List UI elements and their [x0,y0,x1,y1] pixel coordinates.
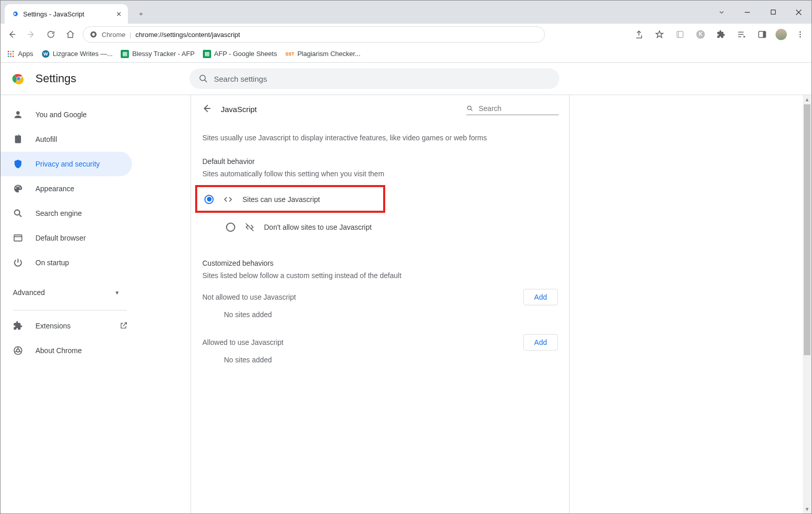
svg-point-23 [12,56,14,57]
settings-header: Settings Search settings [1,63,811,95]
svg-point-12 [800,31,801,33]
sidebar-label: Appearance [35,185,74,193]
wordpress-icon: W [42,50,50,58]
svg-point-29 [200,75,205,81]
close-window-icon[interactable] [786,1,811,24]
section-title: JavaScript [221,105,257,114]
scrollbar[interactable]: ▲ ▼ [803,95,811,513]
profile-k-icon[interactable]: K [693,27,708,42]
in-page-search[interactable] [466,104,559,115]
bookmark-apps[interactable]: Apps [7,50,33,58]
not-allowed-empty: No sites added [224,310,558,319]
radio-block-javascript[interactable]: Don't allow sites to use Javascript [224,213,558,241]
bookmark-label: Plagiarism Checker... [297,50,361,58]
sidebar-item-on-startup[interactable]: On startup [1,250,132,275]
svg-rect-6 [677,31,683,38]
sidebar-item-default-browser[interactable]: Default browser [1,226,132,250]
puzzle-icon [13,321,23,331]
add-allowed-button[interactable]: Add [523,334,558,351]
bookmark-label: Apps [18,50,33,58]
code-icon [223,194,233,205]
sidebar-label: You and Google [35,111,87,119]
sidebar-label: Search engine [35,209,82,217]
browser-toolbar: Chrome | chrome://settings/content/javas… [1,24,811,45]
default-behavior-description: Sites automatically follow this setting … [202,170,558,178]
tabs-dropdown-icon[interactable] [709,1,734,24]
default-behavior-heading: Default behavior [202,157,558,166]
scrollbar-thumb[interactable] [804,104,810,355]
svg-point-31 [14,210,20,215]
svg-rect-1 [771,10,775,14]
back-arrow-icon[interactable] [201,103,212,115]
svg-line-30 [204,80,207,82]
bookmark-star-icon[interactable] [652,27,667,42]
extensions-puzzle-icon[interactable] [714,27,728,42]
scroll-up-icon[interactable]: ▲ [803,95,811,104]
svg-point-14 [800,36,801,38]
browser-tab[interactable]: Settings - JavaScript ✕ [5,4,128,24]
svg-point-19 [10,53,12,54]
settings-sidebar: You and Google Autofill Privacy and secu… [1,95,139,513]
new-tab-button[interactable]: ＋ [133,6,148,22]
titlebar: Settings - JavaScript ✕ ＋ [1,1,811,24]
add-not-allowed-button[interactable]: Add [523,289,558,305]
sidebar-label: Default browser [35,234,86,242]
sidebar-item-extensions[interactable]: Extensions [1,314,120,338]
apps-grid-icon [7,50,15,58]
palette-icon [13,183,23,194]
forward-icon[interactable] [24,27,39,42]
bookmark-lizgrace[interactable]: W Lizgrace Writes —... [42,50,113,58]
radio-allow-javascript[interactable]: Sites can use Javascript [202,187,383,211]
svg-text:W: W [43,51,48,57]
power-icon [13,258,23,268]
sidepanel-icon[interactable] [755,27,769,42]
browser-window-icon [13,233,23,243]
search-placeholder: Search settings [214,75,267,83]
radio-icon[interactable] [226,223,235,232]
window-controls [709,1,811,24]
maximize-icon[interactable] [760,1,786,24]
sidebar-label: Privacy and security [35,160,100,168]
settings-gear-icon [11,10,19,18]
back-icon[interactable] [5,27,19,42]
bookmark-plagiarism[interactable]: SST Plagiarism Checker... [285,50,360,58]
playlist-icon[interactable] [734,27,749,42]
sidebar-label: On startup [35,259,69,267]
search-settings-input[interactable]: Search settings [190,68,559,89]
in-page-search-input[interactable] [478,104,559,113]
sidebar-item-appearance[interactable]: Appearance [1,176,132,201]
minimize-icon[interactable] [734,1,760,24]
bookmark-blessy[interactable]: ▦ Blessy Tracker - AFP [121,50,194,58]
svg-text:K: K [698,31,703,37]
radio-icon[interactable] [204,195,214,204]
sheets-icon: ▦ [203,50,211,58]
sidebar-item-you-and-google[interactable]: You and Google [1,102,132,127]
search-icon [199,74,208,83]
chrome-disc-icon [89,30,98,39]
bookmark-afp[interactable]: ▦ AFP - Google Sheets [203,50,277,58]
sidebar-item-search-engine[interactable]: Search engine [1,201,132,226]
kebab-menu-icon[interactable] [793,27,807,42]
omnibox-url: chrome://settings/content/javascript [136,31,240,39]
svg-point-5 [92,33,95,35]
external-link-icon [120,321,128,331]
address-bar[interactable]: Chrome | chrome://settings/content/javas… [83,26,545,43]
sidebar-item-privacy-security[interactable]: Privacy and security [1,152,132,176]
svg-point-17 [12,50,14,52]
svg-point-28 [16,77,20,80]
close-tab-icon[interactable]: ✕ [116,10,122,18]
reader-icon[interactable] [673,27,687,42]
home-icon[interactable] [63,27,78,42]
scroll-down-icon[interactable]: ▼ [803,505,811,513]
user-avatar[interactable] [776,29,787,40]
reload-icon[interactable] [44,27,58,42]
sidebar-item-autofill[interactable]: Autofill [1,127,132,152]
chevron-down-icon: ▼ [115,290,120,296]
highlighted-option: Sites can use Javascript [195,185,385,213]
sidebar-advanced-toggle[interactable]: Advanced ▼ [1,280,132,305]
share-icon[interactable] [632,27,646,42]
sidebar-item-about-chrome[interactable]: About Chrome [1,338,132,363]
svg-line-42 [246,223,254,231]
code-blocked-icon [244,222,255,232]
page-title: Settings [35,72,77,85]
